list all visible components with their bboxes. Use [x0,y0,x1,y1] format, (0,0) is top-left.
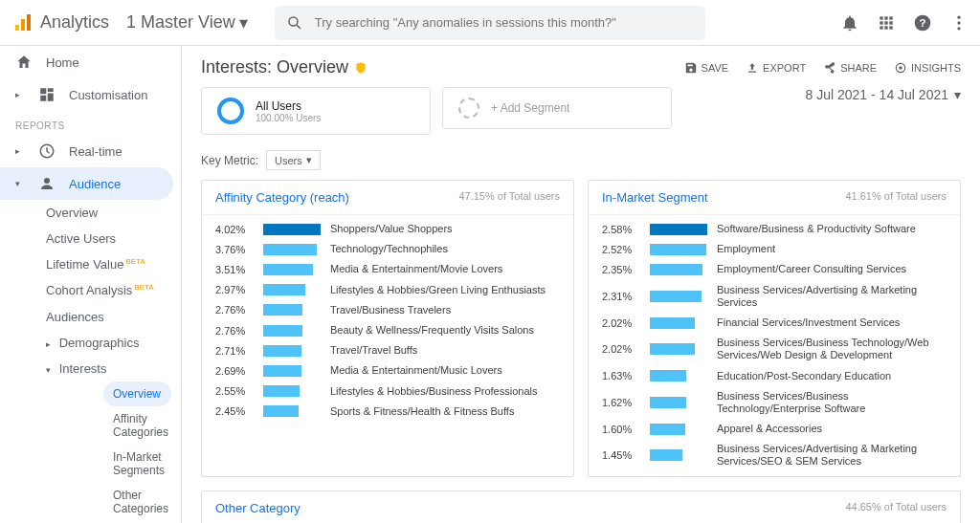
label: Home [46,55,79,70]
row-label: Financial Services/Investment Services [717,316,947,329]
nav-demographics[interactable]: ▸ Demographics [46,330,181,356]
data-row[interactable]: 2.02%Business Services/Business Technolo… [589,333,960,365]
bar [650,449,682,461]
row-label: Business Services/Business Technology/We… [717,337,947,361]
logo[interactable]: Analytics [11,11,109,34]
svg-point-16 [957,15,960,18]
card-title[interactable]: In-Market Segment [602,190,708,205]
nav-active-users[interactable]: Active Users [46,226,181,251]
svg-rect-13 [889,26,892,29]
bell-icon[interactable] [840,13,859,33]
nav-lifetime-value[interactable]: Lifetime ValueBETA [46,251,181,277]
data-row[interactable]: 3.51%Media & Entertainment/Movie Lovers [202,259,573,279]
key-metric-selector[interactable]: Users ▾ [266,150,321,170]
help-icon[interactable]: ? [913,13,932,33]
bar [650,317,695,329]
row-label: Travel/Travel Buffs [330,344,560,357]
row-percent: 2.55% [215,385,254,397]
export-icon [746,61,759,75]
bar [263,304,302,316]
svg-rect-22 [40,96,46,101]
svg-rect-8 [880,21,882,24]
add-circle-icon [458,98,479,119]
sidebar-item-realtime[interactable]: ▸ Real-time [0,135,181,167]
save-icon [684,61,698,75]
card-title[interactable]: Other Category [215,501,301,515]
data-row[interactable]: 2.02%Financial Services/Investment Servi… [589,313,960,333]
bar-wrap [263,244,321,255]
data-row[interactable]: 2.55%Lifestyles & Hobbies/Business Profe… [202,381,573,402]
row-percent: 1.45% [602,449,640,461]
data-row[interactable]: 1.62%Business Services/Business Technolo… [589,386,960,419]
chevron-down-icon: ▾ [954,87,961,102]
data-row[interactable]: 2.31%Business Services/Advertising & Mar… [589,280,960,313]
row-label: Business Services/Advertising & Marketin… [717,284,947,309]
export-button[interactable]: EXPORT [746,61,806,75]
row-percent: 2.76% [215,304,254,316]
nav-inmarket-segments[interactable]: In-Market Segments [113,445,181,483]
nav-other-categories[interactable]: Other Categories [113,483,181,521]
data-row[interactable]: 1.63%Education/Post-Secondary Education [589,366,960,386]
home-icon [15,54,33,71]
data-row[interactable]: 2.71%Travel/Travel Buffs [202,340,573,360]
data-row[interactable]: 2.52%Employment [589,239,960,259]
data-row[interactable]: 2.97%Lifestyles & Hobbies/Green Living E… [202,280,573,300]
clock-icon [38,142,56,160]
row-label: Lifestyles & Hobbies/Business Profession… [330,385,560,398]
data-row[interactable]: 2.76%Beauty & Wellness/Frequently Visits… [202,320,573,340]
data-row[interactable]: 2.69%Media & Entertainment/Music Lovers [202,360,573,381]
search-bar[interactable] [275,6,705,40]
more-icon[interactable] [949,13,969,33]
add-segment-button[interactable]: + Add Segment [442,87,672,129]
row-label: Business Services/Business Technology/En… [717,390,947,415]
sidebar-item-customisation[interactable]: ▸ Customisation [0,78,181,111]
segment-all-users[interactable]: All Users 100.00% Users [201,87,431,135]
bar [650,264,702,275]
date-range-selector[interactable]: 8 Jul 2021 - 14 Jul 2021▾ [806,87,961,102]
expand-icon: ▸ [15,146,25,156]
data-row[interactable]: 2.35%Employment/Career Consulting Servic… [589,259,960,279]
row-label: Education/Post-Secondary Education [717,370,947,382]
svg-point-3 [289,17,298,26]
insights-button[interactable]: INSIGHTS [894,61,961,75]
bar [650,397,686,408]
page-title: Interests: Overview [201,57,368,77]
nav-audiences[interactable]: Audiences [46,304,181,330]
nav-interests[interactable]: ▾ Interests [46,356,181,381]
bar [650,244,706,255]
share-button[interactable]: SHARE [823,61,877,75]
reports-section-label: REPORTS [0,111,181,135]
card-subtitle: 44.65% of Total users [845,501,947,515]
main-content: Interests: Overview SAVE EXPORT SHARE IN… [182,46,980,523]
data-row[interactable]: 2.45%Sports & Fitness/Health & Fitness B… [202,402,573,422]
bar-wrap [650,370,707,381]
apps-icon[interactable] [877,13,896,33]
nav-interests-overview[interactable]: Overview [103,381,171,406]
segment-title: All Users [256,99,321,113]
row-label: Employment/Career Consulting Services [717,263,947,275]
nav-overview[interactable]: Overview [46,200,181,226]
row-percent: 4.02% [215,224,254,235]
inmarket-rows: 2.58%Software/Business & Productivity So… [589,215,960,476]
data-row[interactable]: 2.76%Travel/Business Travelers [202,300,573,320]
card-subtitle: 47.15% of Total users [458,190,560,205]
save-button[interactable]: SAVE [684,61,729,75]
row-percent: 2.71% [215,345,254,357]
data-row[interactable]: 1.60%Apparel & Accessories [589,419,960,439]
bar-wrap [263,264,321,275]
bar-wrap [263,345,321,357]
sidebar-item-home[interactable]: Home [0,46,181,78]
sidebar-item-audience[interactable]: ▾ Audience [0,167,173,200]
toolbar: SAVE EXPORT SHARE INSIGHTS [684,61,961,75]
view-selector[interactable]: 1 Master View ▾ [117,12,257,33]
data-row[interactable]: 2.58%Software/Business & Productivity So… [589,219,960,239]
row-label: Sports & Fitness/Health & Fitness Buffs [330,405,560,418]
data-row[interactable]: 1.45%Business Services/Advertising & Mar… [589,439,960,471]
card-title[interactable]: Affinity Category (reach) [215,190,349,205]
svg-point-18 [957,27,960,30]
nav-affinity-categories[interactable]: Affinity Categories [113,406,181,445]
nav-cohort[interactable]: Cohort AnalysisBETA [46,277,181,303]
data-row[interactable]: 3.76%Technology/Technophiles [202,239,573,259]
search-input[interactable] [315,15,694,30]
data-row[interactable]: 4.02%Shoppers/Value Shoppers [202,219,573,239]
